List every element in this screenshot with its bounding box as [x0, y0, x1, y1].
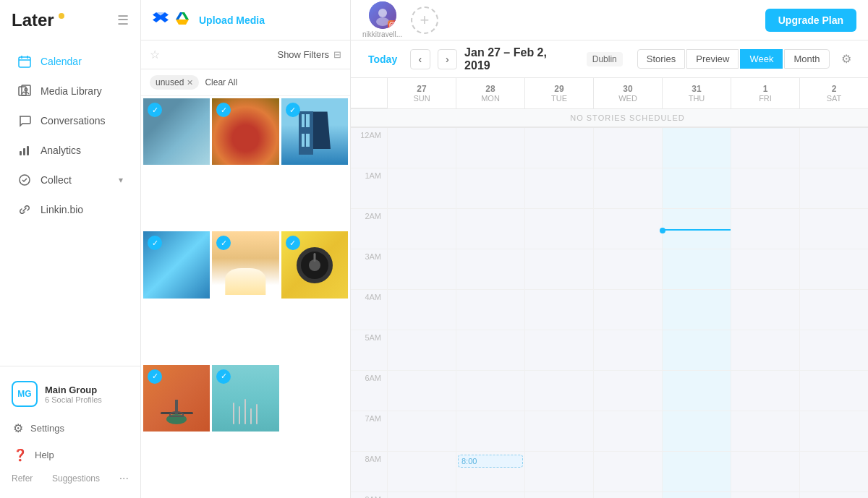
sidebar-item-conversations[interactable]: Conversations: [6, 106, 135, 135]
calendar-cell[interactable]: [662, 209, 731, 249]
calendar-cell[interactable]: [593, 371, 662, 411]
calendar-cell[interactable]: [524, 330, 593, 371]
calendar-cell[interactable]: [731, 330, 799, 371]
calendar-cell[interactable]: [662, 128, 731, 168]
tab-preview[interactable]: Preview: [686, 49, 739, 69]
calendar-cell[interactable]: [731, 290, 799, 330]
calendar-cell[interactable]: [456, 492, 524, 498]
star-icon[interactable]: ☆: [150, 48, 160, 61]
calendar-cell[interactable]: [387, 492, 456, 498]
sidebar-item-calendar[interactable]: Calendar: [6, 47, 135, 76]
settings-action[interactable]: ⚙ Settings: [6, 416, 135, 441]
calendar-cell[interactable]: [456, 209, 524, 249]
calendar-cell[interactable]: [662, 290, 731, 330]
calendar-cell[interactable]: [731, 249, 799, 290]
calendar-cell[interactable]: [387, 209, 456, 249]
calendar-cell[interactable]: [593, 209, 662, 249]
calendar-cell[interactable]: [524, 492, 593, 498]
show-filters-button[interactable]: Show Filters ⊟: [277, 49, 341, 60]
calendar-cell[interactable]: [593, 290, 662, 330]
google-drive-icon[interactable]: [174, 10, 190, 30]
sidebar-item-media-library[interactable]: Media Library: [6, 77, 135, 106]
calendar-cell[interactable]: [799, 209, 868, 249]
media-item[interactable]: ✓: [212, 365, 278, 432]
calendar-cell[interactable]: [731, 168, 799, 209]
calendar-cell[interactable]: [456, 168, 524, 209]
calendar-cell[interactable]: [524, 411, 593, 452]
calendar-cell[interactable]: [731, 452, 799, 492]
upgrade-plan-button[interactable]: Upgrade Plan: [765, 9, 856, 32]
more-options-icon[interactable]: ···: [119, 472, 129, 485]
calendar-cell[interactable]: [524, 168, 593, 209]
calendar-cell[interactable]: [731, 371, 799, 411]
media-item[interactable]: ✓: [143, 98, 210, 165]
group-info[interactable]: MG Main Group 6 Social Profiles: [0, 372, 140, 416]
upload-media-button[interactable]: Upload Media: [199, 14, 265, 26]
calendar-cell[interactable]: [524, 371, 593, 411]
scheduled-block[interactable]: 8:00: [458, 455, 523, 468]
calendar-cell[interactable]: [731, 411, 799, 452]
media-item[interactable]: ✓: [212, 98, 278, 165]
calendar-cell[interactable]: [593, 411, 662, 452]
calendar-cell[interactable]: [593, 128, 662, 168]
tab-week[interactable]: Week: [740, 49, 783, 69]
calendar-cell[interactable]: [456, 290, 524, 330]
clear-all-button[interactable]: Clear All: [205, 77, 237, 87]
calendar-cell[interactable]: [799, 452, 868, 492]
calendar-cell[interactable]: [799, 492, 868, 498]
next-week-button[interactable]: ›: [438, 49, 457, 69]
add-profile-button[interactable]: +: [411, 7, 438, 34]
calendar-cell[interactable]: [593, 452, 662, 492]
calendar-cell[interactable]: [799, 330, 868, 371]
calendar-cell[interactable]: [456, 371, 524, 411]
calendar-cell[interactable]: [387, 371, 456, 411]
calendar-cell[interactable]: [456, 411, 524, 452]
calendar-cell[interactable]: 8:00: [456, 452, 524, 492]
calendar-cell[interactable]: [387, 452, 456, 492]
calendar-cell[interactable]: [593, 330, 662, 371]
calendar-cell[interactable]: [524, 452, 593, 492]
sidebar-item-analytics[interactable]: Analytics: [6, 136, 135, 165]
help-action[interactable]: ❓ Help: [6, 442, 135, 468]
calendar-cell[interactable]: [456, 249, 524, 290]
calendar-cell[interactable]: [799, 290, 868, 330]
calendar-cell[interactable]: [387, 330, 456, 371]
prev-week-button[interactable]: ‹: [410, 49, 430, 69]
calendar-cell[interactable]: [387, 168, 456, 209]
calendar-settings-icon[interactable]: ⚙: [837, 49, 856, 69]
media-item[interactable]: ✓: [212, 231, 278, 298]
calendar-cell[interactable]: [593, 249, 662, 290]
calendar-cell[interactable]: [662, 411, 731, 452]
calendar-cell[interactable]: [387, 249, 456, 290]
media-item[interactable]: ✓: [281, 231, 348, 298]
calendar-cell[interactable]: [662, 371, 731, 411]
suggestions-link[interactable]: Suggestions: [52, 473, 100, 484]
calendar-cell[interactable]: [456, 128, 524, 168]
calendar-cell[interactable]: [524, 249, 593, 290]
tag-close-icon[interactable]: ✕: [187, 78, 193, 87]
calendar-cell[interactable]: [799, 128, 868, 168]
calendar-cell[interactable]: [662, 330, 731, 371]
calendar-cell[interactable]: [799, 249, 868, 290]
tab-stories[interactable]: Stories: [637, 49, 685, 69]
calendar-cell[interactable]: [593, 168, 662, 209]
calendar-cell[interactable]: [662, 249, 731, 290]
calendar-cell[interactable]: [731, 492, 799, 498]
calendar-cell[interactable]: [799, 411, 868, 452]
dropbox-icon[interactable]: [153, 10, 169, 30]
calendar-cell[interactable]: [524, 209, 593, 249]
hamburger-icon[interactable]: ☰: [117, 12, 129, 28]
media-item[interactable]: ✓: [143, 231, 210, 298]
calendar-cell[interactable]: [387, 411, 456, 452]
calendar-cell[interactable]: [387, 128, 456, 168]
profile-avatar[interactable]: [369, 1, 396, 29]
calendar-cell[interactable]: [387, 290, 456, 330]
calendar-cell[interactable]: [456, 330, 524, 371]
calendar-cell[interactable]: [799, 371, 868, 411]
calendar-cell[interactable]: [731, 209, 799, 249]
tab-month[interactable]: Month: [784, 49, 829, 69]
calendar-cell[interactable]: [731, 128, 799, 168]
today-button[interactable]: Today: [362, 51, 403, 68]
calendar-cell[interactable]: [524, 290, 593, 330]
calendar-cell[interactable]: [799, 168, 868, 209]
